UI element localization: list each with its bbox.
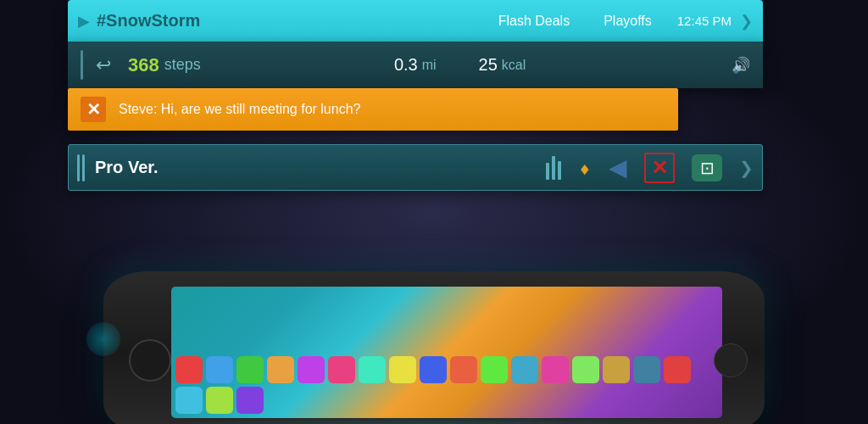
prover-divider-1 <box>77 154 80 181</box>
phone-right-button <box>714 343 748 377</box>
health-divider <box>81 50 83 80</box>
turn-icon: ↩ <box>96 54 111 76</box>
phone-screen <box>171 287 722 418</box>
prover-title-text: Pro Ver. <box>95 158 546 177</box>
prover-diamond-icon[interactable]: ⬧ <box>578 154 592 181</box>
steps-label: steps <box>164 56 394 74</box>
ticker-arrow-icon: ▶ <box>78 12 90 31</box>
prover-x-icon[interactable]: ✕ <box>644 153 675 183</box>
prover-panel: Pro Ver. ⬧ ◀ ✕ ⊡ ❯ <box>68 144 763 191</box>
ticker-chevron-icon[interactable]: ❯ <box>740 12 753 31</box>
prover-app-icon[interactable]: ⊡ <box>692 154 722 181</box>
steps-count: 368 <box>128 54 159 76</box>
screen-apps-grid <box>175 356 718 414</box>
kcal-value: 25 <box>479 55 498 75</box>
phone-body <box>103 271 765 424</box>
prover-dividers <box>77 154 85 181</box>
prover-app-symbol: ⊡ <box>700 158 715 178</box>
ticker-snowstorm-text[interactable]: #SnowStorm <box>97 11 498 31</box>
phone-glow <box>86 322 120 356</box>
prover-divider-2 <box>82 154 85 181</box>
health-panel: ↩ 368 steps 0.3 mi 25 kcal 🔊 <box>68 42 763 88</box>
distance-unit: mi <box>422 58 437 73</box>
ticker-time-text: 12:45 PM <box>677 14 732 28</box>
kcal-unit: kcal <box>502 58 732 73</box>
ticker-playoffs-text[interactable]: Playoffs <box>604 14 652 29</box>
ticker-flashdeals-text[interactable]: Flash Deals <box>498 14 570 29</box>
message-x-icon: ✕ <box>86 99 101 120</box>
prover-bars-icon <box>546 156 561 180</box>
phone-home-button <box>129 339 171 382</box>
distance-value: 0.3 <box>394 55 418 75</box>
message-panel[interactable]: ✕ Steve: Hi, are we still meeting for lu… <box>68 88 678 131</box>
prover-icon-group: ⬧ ◀ ✕ ⊡ <box>546 153 722 183</box>
prover-chevron-right-icon[interactable]: ❯ <box>739 158 754 178</box>
prover-arrow-left-icon[interactable]: ◀ <box>609 153 627 181</box>
speaker-icon: 🔊 <box>732 56 750 75</box>
message-text: Steve: Hi, are we still meeting for lunc… <box>119 102 360 117</box>
message-app-icon: ✕ <box>81 97 106 122</box>
ticker-panel: ▶ #SnowStorm Flash Deals Playoffs 12:45 … <box>68 0 763 42</box>
phone-container <box>70 204 798 424</box>
